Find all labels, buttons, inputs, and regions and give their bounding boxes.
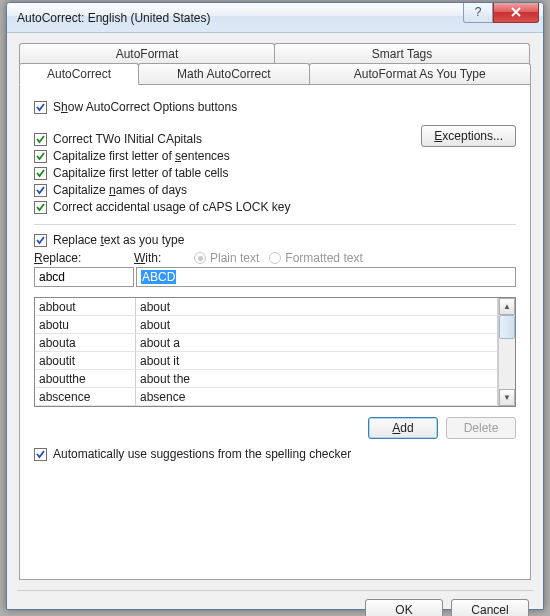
cell-from: abotu [35, 316, 136, 334]
label-plain-text: Plain text [210, 251, 259, 265]
label-replace-as-type: Replace text as you type [53, 233, 184, 247]
cell-from: abbout [35, 298, 136, 316]
scroll-track[interactable] [499, 315, 515, 389]
checkbox-show-options[interactable] [34, 101, 47, 114]
tab-autoformat-as-you-type[interactable]: AutoFormat As You Type [309, 63, 531, 84]
table-row[interactable]: aboutitabout it [35, 352, 498, 370]
label-replace: Replace: [34, 251, 134, 265]
scroll-down-icon[interactable]: ▼ [499, 389, 515, 406]
checkbox-spelling-suggestions[interactable] [34, 448, 47, 461]
replace-input[interactable]: abcd [34, 267, 134, 287]
scroll-up-icon[interactable]: ▲ [499, 298, 515, 315]
label-table-cells: Capitalize first letter of table cells [53, 166, 228, 180]
label-caps-lock: Correct accidental usage of cAPS LOCK ke… [53, 200, 290, 214]
table-row[interactable]: abscenceabsence [35, 388, 498, 406]
titlebar[interactable]: AutoCorrect: English (United States) ? [7, 3, 543, 33]
cell-to: about the [136, 370, 498, 388]
autocorrect-panel: Show AutoCorrect Options buttons Correct… [19, 84, 531, 580]
client-area: AutoFormat Smart Tags AutoCorrect Math A… [7, 33, 543, 609]
checkbox-caps-lock[interactable] [34, 201, 47, 214]
window-title: AutoCorrect: English (United States) [17, 11, 463, 25]
checkbox-replace-as-type[interactable] [34, 234, 47, 247]
replacement-list[interactable]: abboutaboutabotuaboutaboutaabout aabouti… [34, 297, 516, 407]
cell-to: about [136, 298, 498, 316]
close-button[interactable] [493, 3, 539, 23]
autocorrect-dialog: AutoCorrect: English (United States) ? A… [6, 2, 544, 610]
label-first-sentence: Capitalize first letter of sentences [53, 149, 230, 163]
checkbox-two-initial-caps[interactable] [34, 133, 47, 146]
cell-to: about [136, 316, 498, 334]
help-button[interactable]: ? [463, 3, 493, 23]
table-row[interactable]: aboutaabout a [35, 334, 498, 352]
label-show-options: Show AutoCorrect Options buttons [53, 100, 237, 114]
footer-separator [17, 590, 533, 591]
label-names-of-days: Capitalize names of days [53, 183, 187, 197]
cancel-button[interactable]: Cancel [451, 599, 529, 616]
label-with: With: [134, 251, 184, 265]
scrollbar[interactable]: ▲ ▼ [498, 298, 515, 406]
table-row[interactable]: abboutabout [35, 298, 498, 316]
cell-from: aboutthe [35, 370, 136, 388]
checkbox-first-sentence[interactable] [34, 150, 47, 163]
tab-autoformat[interactable]: AutoFormat [19, 43, 275, 64]
label-two-initial-caps: Correct TWo INitial CApitals [53, 132, 202, 146]
cell-from: abouta [35, 334, 136, 352]
ok-button[interactable]: OK [365, 599, 443, 616]
window-buttons: ? [463, 3, 543, 23]
checkbox-table-cells[interactable] [34, 167, 47, 180]
close-icon [510, 7, 522, 17]
tab-math-autocorrect[interactable]: Math AutoCorrect [138, 63, 310, 84]
delete-button: Delete [446, 417, 516, 439]
exceptions-button[interactable]: EExceptions...xceptions... [421, 125, 516, 147]
radio-formatted-text [269, 252, 281, 264]
cell-to: absence [136, 388, 498, 406]
add-button[interactable]: AddAdd [368, 417, 438, 439]
label-spelling-suggestions: Automatically use suggestions from the s… [53, 447, 351, 461]
tab-control: AutoFormat Smart Tags AutoCorrect Math A… [19, 43, 531, 580]
radio-plain-text [194, 252, 206, 264]
scroll-thumb[interactable] [499, 315, 515, 339]
table-row[interactable]: abouttheabout the [35, 370, 498, 388]
cell-from: aboutit [35, 352, 136, 370]
checkbox-names-of-days[interactable] [34, 184, 47, 197]
with-input[interactable]: ABCD [136, 267, 516, 287]
label-formatted-text: Formatted text [285, 251, 362, 265]
cell-to: about a [136, 334, 498, 352]
cell-from: abscence [35, 388, 136, 406]
table-row[interactable]: abotuabout [35, 316, 498, 334]
tab-autocorrect[interactable]: AutoCorrect [19, 63, 139, 85]
cell-to: about it [136, 352, 498, 370]
separator [34, 224, 516, 225]
tab-smart-tags[interactable]: Smart Tags [274, 43, 530, 64]
